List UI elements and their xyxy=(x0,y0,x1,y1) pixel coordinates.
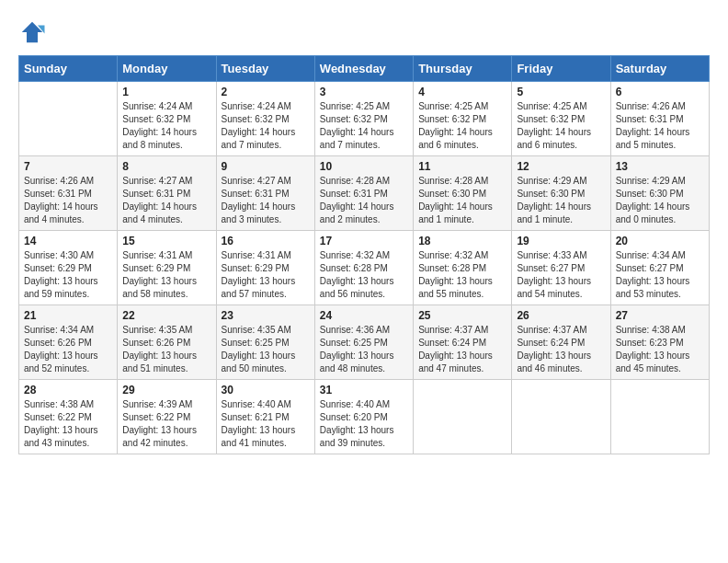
daylight-text: Daylight: 13 hours and 58 minutes. xyxy=(122,276,197,299)
calendar-header-sunday: Sunday xyxy=(19,56,118,82)
calendar-cell: 27 Sunrise: 4:38 AM Sunset: 6:23 PM Dayl… xyxy=(610,305,709,380)
sunset-text: Sunset: 6:26 PM xyxy=(122,338,190,348)
day-info: Sunrise: 4:37 AM Sunset: 6:24 PM Dayligh… xyxy=(418,324,506,375)
sunset-text: Sunset: 6:25 PM xyxy=(222,338,290,348)
calendar-cell: 4 Sunrise: 4:25 AM Sunset: 6:32 PM Dayli… xyxy=(414,82,512,156)
daylight-text: Daylight: 13 hours and 55 minutes. xyxy=(418,276,493,299)
day-number: 31 xyxy=(320,384,408,396)
calendar-cell: 31 Sunrise: 4:40 AM Sunset: 6:20 PM Dayl… xyxy=(314,380,413,454)
sunset-text: Sunset: 6:20 PM xyxy=(320,412,388,422)
sunset-text: Sunset: 6:30 PM xyxy=(517,189,585,199)
day-number: 5 xyxy=(517,86,605,98)
sunrise-text: Sunrise: 4:27 AM xyxy=(122,176,192,186)
day-info: Sunrise: 4:38 AM Sunset: 6:22 PM Dayligh… xyxy=(24,398,112,450)
sunset-text: Sunset: 6:29 PM xyxy=(24,263,92,273)
day-info: Sunrise: 4:35 AM Sunset: 6:25 PM Dayligh… xyxy=(222,324,310,375)
sunrise-text: Sunrise: 4:26 AM xyxy=(24,176,94,186)
day-info: Sunrise: 4:28 AM Sunset: 6:31 PM Dayligh… xyxy=(320,175,408,226)
day-info: Sunrise: 4:30 AM Sunset: 6:29 PM Dayligh… xyxy=(24,249,112,301)
sunrise-text: Sunrise: 4:24 AM xyxy=(222,101,291,111)
daylight-text: Daylight: 14 hours and 5 minutes. xyxy=(616,127,690,150)
sunrise-text: Sunrise: 4:33 AM xyxy=(517,250,586,260)
day-number: 9 xyxy=(222,160,310,173)
calendar-cell: 11 Sunrise: 4:28 AM Sunset: 6:30 PM Dayl… xyxy=(414,156,512,231)
daylight-text: Daylight: 14 hours and 7 minutes. xyxy=(222,127,296,150)
daylight-text: Daylight: 14 hours and 1 minute. xyxy=(418,201,493,224)
sunrise-text: Sunrise: 4:32 AM xyxy=(320,250,390,260)
day-info: Sunrise: 4:38 AM Sunset: 6:23 PM Dayligh… xyxy=(616,324,704,375)
sunrise-text: Sunrise: 4:34 AM xyxy=(616,250,686,260)
sunrise-text: Sunrise: 4:25 AM xyxy=(418,101,488,111)
sunrise-text: Sunrise: 4:30 AM xyxy=(24,250,94,260)
sunrise-text: Sunrise: 4:31 AM xyxy=(222,250,291,260)
calendar-cell: 25 Sunrise: 4:37 AM Sunset: 6:24 PM Dayl… xyxy=(414,305,512,380)
day-number: 10 xyxy=(320,160,408,173)
day-number: 6 xyxy=(616,86,704,98)
calendar-cell: 26 Sunrise: 4:37 AM Sunset: 6:24 PM Dayl… xyxy=(512,305,610,380)
day-number: 15 xyxy=(122,235,210,247)
sunrise-text: Sunrise: 4:36 AM xyxy=(320,325,390,335)
daylight-text: Daylight: 13 hours and 52 minutes. xyxy=(24,350,98,373)
day-number: 8 xyxy=(122,160,210,173)
calendar-week-2: 7 Sunrise: 4:26 AM Sunset: 6:31 PM Dayli… xyxy=(19,156,710,231)
sunset-text: Sunset: 6:32 PM xyxy=(122,114,190,124)
sunset-text: Sunset: 6:27 PM xyxy=(616,263,684,273)
calendar-cell: 9 Sunrise: 4:27 AM Sunset: 6:31 PM Dayli… xyxy=(216,156,314,231)
daylight-text: Daylight: 13 hours and 43 minutes. xyxy=(24,425,98,448)
calendar-cell: 20 Sunrise: 4:34 AM Sunset: 6:27 PM Dayl… xyxy=(610,231,709,305)
day-info: Sunrise: 4:25 AM Sunset: 6:32 PM Dayligh… xyxy=(517,100,605,152)
sunset-text: Sunset: 6:31 PM xyxy=(122,189,190,199)
day-info: Sunrise: 4:35 AM Sunset: 6:26 PM Dayligh… xyxy=(122,324,210,375)
calendar-cell: 6 Sunrise: 4:26 AM Sunset: 6:31 PM Dayli… xyxy=(610,82,709,156)
calendar-cell: 5 Sunrise: 4:25 AM Sunset: 6:32 PM Dayli… xyxy=(512,82,610,156)
calendar-cell: 2 Sunrise: 4:24 AM Sunset: 6:32 PM Dayli… xyxy=(216,82,314,156)
calendar-header-friday: Friday xyxy=(512,56,610,82)
calendar-cell: 3 Sunrise: 4:25 AM Sunset: 6:32 PM Dayli… xyxy=(314,82,413,156)
daylight-text: Daylight: 14 hours and 8 minutes. xyxy=(122,127,197,150)
sunset-text: Sunset: 6:32 PM xyxy=(320,114,388,124)
sunrise-text: Sunrise: 4:29 AM xyxy=(616,176,686,186)
calendar-cell: 17 Sunrise: 4:32 AM Sunset: 6:28 PM Dayl… xyxy=(314,231,413,305)
day-number: 25 xyxy=(418,309,506,322)
day-info: Sunrise: 4:25 AM Sunset: 6:32 PM Dayligh… xyxy=(320,100,408,152)
calendar-cell: 14 Sunrise: 4:30 AM Sunset: 6:29 PM Dayl… xyxy=(19,231,118,305)
day-info: Sunrise: 4:33 AM Sunset: 6:27 PM Dayligh… xyxy=(517,249,605,301)
day-info: Sunrise: 4:26 AM Sunset: 6:31 PM Dayligh… xyxy=(616,100,704,152)
calendar-cell: 15 Sunrise: 4:31 AM Sunset: 6:29 PM Dayl… xyxy=(118,231,216,305)
sunset-text: Sunset: 6:31 PM xyxy=(222,189,290,199)
day-info: Sunrise: 4:25 AM Sunset: 6:32 PM Dayligh… xyxy=(418,100,506,152)
day-info: Sunrise: 4:29 AM Sunset: 6:30 PM Dayligh… xyxy=(616,175,704,226)
sunset-text: Sunset: 6:24 PM xyxy=(517,338,585,348)
daylight-text: Daylight: 14 hours and 7 minutes. xyxy=(320,127,394,150)
daylight-text: Daylight: 13 hours and 56 minutes. xyxy=(320,276,394,299)
daylight-text: Daylight: 13 hours and 46 minutes. xyxy=(517,350,591,373)
sunrise-text: Sunrise: 4:38 AM xyxy=(616,325,686,335)
calendar-cell: 19 Sunrise: 4:33 AM Sunset: 6:27 PM Dayl… xyxy=(512,231,610,305)
sunrise-text: Sunrise: 4:38 AM xyxy=(24,399,94,409)
sunset-text: Sunset: 6:30 PM xyxy=(616,189,684,199)
day-info: Sunrise: 4:34 AM Sunset: 6:26 PM Dayligh… xyxy=(24,324,112,375)
calendar-table: SundayMondayTuesdayWednesdayThursdayFrid… xyxy=(18,55,710,454)
day-number: 23 xyxy=(222,309,310,322)
calendar-cell: 23 Sunrise: 4:35 AM Sunset: 6:25 PM Dayl… xyxy=(216,305,314,380)
sunset-text: Sunset: 6:22 PM xyxy=(122,412,190,422)
sunrise-text: Sunrise: 4:24 AM xyxy=(122,101,192,111)
page-container: SundayMondayTuesdayWednesdayThursdayFrid… xyxy=(18,18,710,454)
calendar-cell: 7 Sunrise: 4:26 AM Sunset: 6:31 PM Dayli… xyxy=(19,156,118,231)
day-info: Sunrise: 4:24 AM Sunset: 6:32 PM Dayligh… xyxy=(222,100,310,152)
daylight-text: Daylight: 14 hours and 3 minutes. xyxy=(222,201,296,224)
sunset-text: Sunset: 6:32 PM xyxy=(517,114,585,124)
calendar-cell: 30 Sunrise: 4:40 AM Sunset: 6:21 PM Dayl… xyxy=(216,380,314,454)
day-info: Sunrise: 4:28 AM Sunset: 6:30 PM Dayligh… xyxy=(418,175,506,226)
sunrise-text: Sunrise: 4:34 AM xyxy=(24,325,94,335)
sunset-text: Sunset: 6:31 PM xyxy=(320,189,388,199)
calendar-cell: 8 Sunrise: 4:27 AM Sunset: 6:31 PM Dayli… xyxy=(118,156,216,231)
sunset-text: Sunset: 6:23 PM xyxy=(616,338,684,348)
day-number: 2 xyxy=(222,86,310,98)
calendar-header-row: SundayMondayTuesdayWednesdayThursdayFrid… xyxy=(19,56,710,82)
daylight-text: Daylight: 14 hours and 2 minutes. xyxy=(320,201,394,224)
daylight-text: Daylight: 13 hours and 41 minutes. xyxy=(222,425,296,448)
calendar-cell xyxy=(512,380,610,454)
calendar-cell: 1 Sunrise: 4:24 AM Sunset: 6:32 PM Dayli… xyxy=(118,82,216,156)
day-info: Sunrise: 4:24 AM Sunset: 6:32 PM Dayligh… xyxy=(122,100,210,152)
